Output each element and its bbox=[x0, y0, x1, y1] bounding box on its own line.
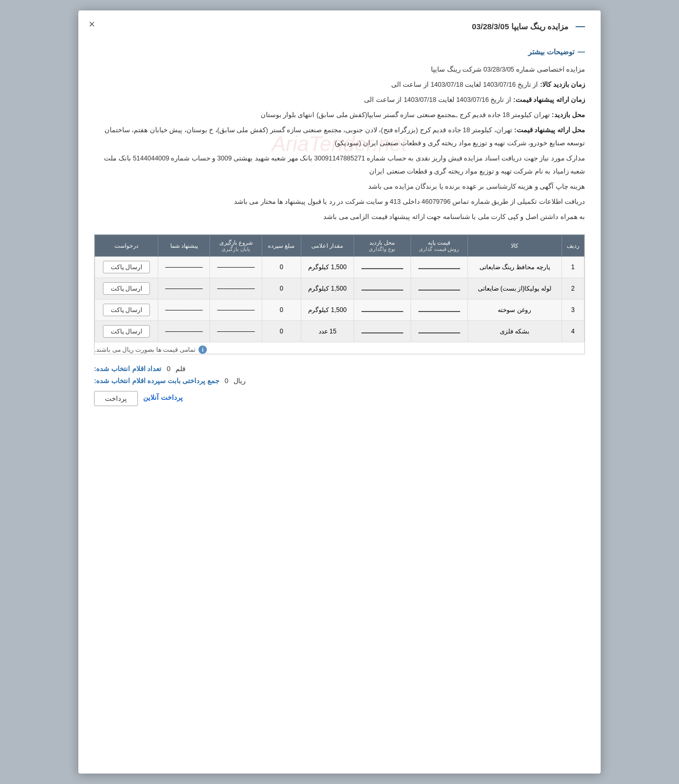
close-button[interactable]: × bbox=[89, 18, 95, 30]
cell-index: 3 bbox=[561, 299, 584, 321]
table-footer-note: i تمامی قیمت ها بصورت ریال می باشند. bbox=[95, 345, 584, 354]
cell-deposit: 0 bbox=[262, 299, 301, 321]
cell-dates: —————— bbox=[210, 299, 262, 321]
modal-title: — مزایده رینگ سایپا 03/28/3/05 bbox=[472, 21, 585, 32]
description-area: AriaTender.net مزایده اختصاصی شماره 03/2… bbox=[94, 63, 585, 224]
cell-bid: —————— bbox=[158, 278, 209, 299]
modal-overlay: — مزایده رینگ سایپا 03/28/3/05 × — توضیح… bbox=[0, 0, 679, 784]
cell-action[interactable]: ارسال پاکت bbox=[95, 278, 158, 299]
send-packet-button[interactable]: ارسال پاکت bbox=[103, 261, 150, 273]
selected-count-value: 0 bbox=[167, 365, 170, 373]
send-packet-button[interactable]: ارسال پاکت bbox=[103, 325, 150, 338]
col-header-price: قیمت پایه روش قیمت گذاری bbox=[411, 235, 467, 257]
cell-dates: —————— bbox=[210, 321, 262, 342]
items-table: ردیف کالا قیمت پایه روش قیمت گذاری محل ب… bbox=[95, 235, 584, 342]
cell-location bbox=[354, 257, 411, 278]
cell-index: 1 bbox=[561, 257, 584, 278]
section-title-text: توضیحات بیشتر bbox=[528, 48, 575, 56]
col-header-deposit: مبلغ سپرده bbox=[262, 235, 301, 257]
cell-dates: —————— bbox=[210, 257, 262, 278]
desc-line-9: به همراه داشتن اصل و کپی کارت ملی یا شنا… bbox=[94, 211, 585, 224]
title-text: مزایده رینگ سایپا 03/28/3/05 bbox=[472, 22, 568, 31]
table-row: 4بشکه فلزی15 عدد0————————————ارسال پاکت bbox=[95, 321, 584, 342]
col-header-quantity: مقدار اعلامی bbox=[301, 235, 354, 257]
desc-line-4: محل بازدید: تهران کیلومتر 18 جاده قدیم ک… bbox=[94, 109, 585, 122]
desc-line-1: مزایده اختصاصی شماره 03/28/3/05 شرکت رین… bbox=[94, 63, 585, 76]
table-row: 1پارچه محافظ رینگ ضایعاتی1,500 کیلوگرم0—… bbox=[95, 257, 584, 278]
col-header-action: درخواست bbox=[95, 235, 158, 257]
cell-price bbox=[411, 278, 467, 299]
pay-button[interactable]: پرداخت bbox=[94, 391, 138, 406]
title-dash: — bbox=[576, 21, 585, 32]
selected-count-unit: قلم bbox=[175, 365, 185, 373]
items-table-wrapper: ردیف کالا قیمت پایه روش قیمت گذاری محل ب… bbox=[94, 234, 585, 354]
section-title: — توضیحات بیشتر bbox=[94, 48, 585, 56]
online-payment-link[interactable]: پرداخت آنلاین bbox=[143, 394, 183, 401]
cell-price bbox=[411, 299, 467, 321]
cell-price bbox=[411, 321, 467, 342]
cell-item: لوله پولیکا(از بست) ضایعاتی bbox=[467, 278, 561, 299]
modal-container: — مزایده رینگ سایپا 03/28/3/05 × — توضیح… bbox=[78, 10, 601, 774]
info-icon: i bbox=[198, 345, 207, 354]
cell-deposit: 0 bbox=[262, 278, 301, 299]
section-dash: — bbox=[578, 48, 585, 56]
cell-bid: —————— bbox=[158, 257, 209, 278]
table-row: 2لوله پولیکا(از بست) ضایعاتی1,500 کیلوگر… bbox=[95, 278, 584, 299]
cell-item: روغن سوخته bbox=[467, 299, 561, 321]
send-packet-button[interactable]: ارسال پاکت bbox=[103, 304, 150, 316]
cell-action[interactable]: ارسال پاکت bbox=[95, 321, 158, 342]
modal-header: — مزایده رینگ سایپا 03/28/3/05 × bbox=[94, 21, 585, 37]
cell-quantity: 1,500 کیلوگرم bbox=[301, 278, 354, 299]
total-value: 0 bbox=[225, 377, 228, 385]
col-header-location: محل بازدید نوع واگذاری bbox=[354, 235, 411, 257]
col-header-dates: شروع بازگیری پایان بازگیری bbox=[210, 235, 262, 257]
total-payment-row: ریال 0 جمع پرداختی بابت سپرده اقلام انتخ… bbox=[94, 377, 245, 385]
cell-deposit: 0 bbox=[262, 321, 301, 342]
total-unit: ریال bbox=[233, 377, 245, 385]
send-packet-button[interactable]: ارسال پاکت bbox=[103, 282, 150, 295]
cell-item: پارچه محافظ رینگ ضایعاتی bbox=[467, 257, 561, 278]
selected-count-label: تعداد اقلام انتخاب شده: bbox=[94, 365, 161, 373]
cell-price bbox=[411, 257, 467, 278]
desc-line-2: زمان بازدید کالا: از تاریخ 1403/07/16 لغ… bbox=[94, 78, 585, 91]
col-header-item: کالا bbox=[467, 235, 561, 257]
cell-quantity: 1,500 کیلوگرم bbox=[301, 299, 354, 321]
cell-action[interactable]: ارسال پاکت bbox=[95, 299, 158, 321]
bottom-section: قلم 0 تعداد اقلام انتخاب شده: ریال 0 جمع… bbox=[94, 365, 585, 406]
selected-count-row: قلم 0 تعداد اقلام انتخاب شده: bbox=[94, 365, 185, 373]
cell-action[interactable]: ارسال پاکت bbox=[95, 257, 158, 278]
cell-bid: —————— bbox=[158, 299, 209, 321]
cell-quantity: 1,500 کیلوگرم bbox=[301, 257, 354, 278]
cell-index: 4 bbox=[561, 321, 584, 342]
desc-line-7: هزینه چاپ آگهی و هزینه کارشناسی بر عهده … bbox=[94, 180, 585, 193]
table-row: 3روغن سوخته1,500 کیلوگرم0————————————ارس… bbox=[95, 299, 584, 321]
cell-bid: —————— bbox=[158, 321, 209, 342]
payment-row: پرداخت آنلاین پرداخت bbox=[94, 389, 183, 406]
col-header-bid: پیشنهاد شما bbox=[158, 235, 209, 257]
cell-location bbox=[354, 321, 411, 342]
desc-line-8: دریافت اطلاعات تکمیلی از طریق شماره تماس… bbox=[94, 195, 585, 209]
desc-line-5: محل ارائه پیشنهاد قیمت: تهران، کیلومتر 1… bbox=[94, 124, 585, 150]
col-header-index: ردیف bbox=[561, 235, 584, 257]
cell-location bbox=[354, 299, 411, 321]
cell-item: بشکه فلزی bbox=[467, 321, 561, 342]
desc-line-3: زمان ارائه پیشنهاد قیمت: از تاریخ 1403/0… bbox=[94, 94, 585, 107]
cell-index: 2 bbox=[561, 278, 584, 299]
total-label: جمع پرداختی بابت سپرده اقلام انتخاب شده: bbox=[94, 377, 219, 385]
cell-deposit: 0 bbox=[262, 257, 301, 278]
desc-line-6: مدارک مورد نیاز جهت دریافت اسناد مزایده … bbox=[94, 152, 585, 178]
cell-quantity: 15 عدد bbox=[301, 321, 354, 342]
cell-dates: —————— bbox=[210, 278, 262, 299]
cell-location bbox=[354, 278, 411, 299]
